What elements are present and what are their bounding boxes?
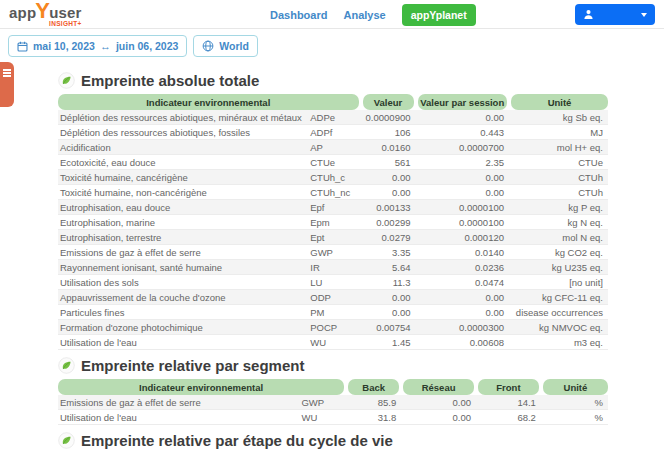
cell-code: ODP (308, 290, 360, 304)
leaf-icon (58, 72, 75, 89)
column-header: Back (348, 379, 399, 395)
cell-indicator: Utilisation de l'eau (58, 335, 308, 349)
logo-wordmark: appYuser (9, 3, 82, 20)
cell-code: CTUe (308, 155, 360, 169)
cell-unit: [no unit] (509, 275, 608, 289)
cell-code: IR (308, 260, 360, 274)
section-segment-footprint: Empreinte relative par segment Indicateu… (58, 357, 608, 425)
cell-unit: kg CO2 eq. (509, 245, 608, 259)
region-label: World (219, 40, 249, 52)
table-row: Toxicité humaine, non-cancérigèneCTUh_nc… (58, 185, 608, 200)
table-row: Formation d'ozone photochimiquePOCP0.007… (58, 320, 608, 335)
cell-value: 0.00 (416, 110, 510, 124)
section-absolute-footprint: Empreinte absolue totale Indicateur envi… (58, 72, 608, 350)
person-icon (583, 9, 594, 20)
cell-code: Epf (308, 200, 360, 214)
cell-indicator: Utilisation de l'eau (58, 410, 299, 424)
column-header: Indicateur environnemental (58, 379, 344, 395)
appyuser-dashboard-page: { "brand": { "prefix": "app", "y": "Y", … (0, 0, 664, 454)
cell-value: 0.0279 (361, 230, 416, 244)
column-header: Valeur (363, 94, 414, 110)
nav-appyplanet-button[interactable]: appYplanet (402, 4, 476, 26)
table-row: Toxicité humaine, cancérigèneCTUh_c0.000… (58, 170, 608, 185)
cell-value: 0.000120 (416, 230, 510, 244)
range-arrow-icon: ↔ (100, 40, 111, 52)
calendar-icon (17, 41, 28, 52)
cell-indicator: Eutrophisation, marine (58, 215, 308, 229)
cell-code: PM (308, 305, 360, 319)
section-title: Empreinte relative par segment (81, 357, 304, 374)
filter-bar: mai 10, 2023 ↔ juin 06, 2023 World (0, 29, 664, 57)
cell-unit: CTUe (509, 155, 608, 169)
cell-code: GWP (308, 245, 360, 259)
date-end: juin 06, 2023 (116, 40, 178, 52)
column-header: Unité (511, 94, 608, 110)
column-header: Front (478, 379, 539, 395)
table-row: Emissions de gaz à effet de serreGWP3.35… (58, 245, 608, 260)
cell-value: 0.00299 (361, 215, 416, 229)
table-row: Ecotoxicité, eau douceCTUe5612.35CTUe (58, 155, 608, 170)
cell-code: WU (308, 335, 360, 349)
user-menu-button[interactable] (575, 4, 655, 25)
section-title: Empreinte absolue totale (81, 72, 259, 89)
cell-code: GWP (299, 395, 346, 409)
table-row: Particules finesPM0.000.00disease occurr… (58, 305, 608, 320)
date-start: mai 10, 2023 (33, 40, 95, 52)
cell-value: 0.00608 (416, 335, 510, 349)
cell-value: 1.45 (361, 335, 416, 349)
nav-item-analyse[interactable]: Analyse (343, 9, 385, 21)
table-row: Eutrophisation, terrestreEpt0.02790.0001… (58, 230, 608, 245)
cell-value: 0.0160 (361, 140, 416, 154)
cell-indicator: Utilisation des sols (58, 275, 308, 289)
table-row: Appauvrissement de la couche d'ozoneODP0… (58, 290, 608, 305)
table-row: Utilisation de l'eauWU31.80.0068.2% (58, 410, 608, 425)
chevron-down-icon (641, 13, 647, 17)
cell-code: CTUh_nc (308, 185, 360, 199)
cell-code: CTUh_c (308, 170, 360, 184)
cell-value: 0.00 (416, 290, 510, 304)
cell-indicator: Acidification (58, 140, 308, 154)
table-row: Eutrophisation, marineEpm0.002990.000010… (58, 215, 608, 230)
table-row: Rayonnement ionisant, santé humaineIR5.6… (58, 260, 608, 275)
cell-unit: % (541, 395, 608, 409)
cell-value: 0.00 (416, 170, 510, 184)
cell-unit: kg Sb eq. (509, 110, 608, 124)
nav-item-dashboard[interactable]: Dashboard (270, 9, 327, 21)
logo-tagline: INSIGHT+ (49, 21, 82, 28)
cell-indicator: Rayonnement ionisant, santé humaine (58, 260, 308, 274)
cell-value: 0.00 (361, 185, 416, 199)
date-range-picker[interactable]: mai 10, 2023 ↔ juin 06, 2023 (8, 35, 187, 57)
cell-code: POCP (308, 320, 360, 334)
cell-value: 68.2 (476, 410, 541, 424)
cell-value: 0.00754 (361, 320, 416, 334)
cell-unit: kg U235 eq. (509, 260, 608, 274)
segment-footprint-table: Indicateur environnementalBackRéseauFron… (58, 379, 608, 425)
section-header: Empreinte relative par étape du cycle de… (58, 432, 608, 449)
cell-code: ADPe (308, 110, 360, 124)
cell-indicator: Toxicité humaine, non-cancérigène (58, 185, 308, 199)
sidebar-toggle[interactable] (0, 62, 14, 107)
column-header: Réseau (403, 379, 474, 395)
cell-value: 11.3 (361, 275, 416, 289)
menu-icon (3, 69, 11, 107)
cell-unit: mol H+ eq. (509, 140, 608, 154)
main-content: Empreinte absolue totale Indicateur envi… (0, 57, 608, 454)
cell-unit: kg N eq. (509, 215, 608, 229)
cell-unit: CTUh (509, 185, 608, 199)
cell-value: 106 (361, 125, 416, 139)
table-header-row: Indicateur environnementalBackRéseauFron… (58, 379, 608, 395)
table-row: Eutrophisation, eau douceEpf0.001330.000… (58, 200, 608, 215)
cell-value: 2.35 (416, 155, 510, 169)
globe-icon (202, 40, 214, 52)
table-row: Déplétion des ressources abiotiques, min… (58, 110, 608, 125)
app-logo[interactable]: appYuser INSIGHT+ (9, 3, 82, 27)
cell-value: 5.64 (361, 260, 416, 274)
table-row: AcidificationAP0.01600.0000700mol H+ eq. (58, 140, 608, 155)
logo-suffix: user (49, 5, 82, 20)
cell-unit: disease occurrences (509, 305, 608, 319)
cell-value: 0.0236 (416, 260, 510, 274)
column-header: Unité (543, 379, 608, 395)
region-selector[interactable]: World (193, 35, 258, 57)
cell-value: 0.443 (416, 125, 510, 139)
section-title: Empreinte relative par étape du cycle de… (81, 432, 393, 449)
